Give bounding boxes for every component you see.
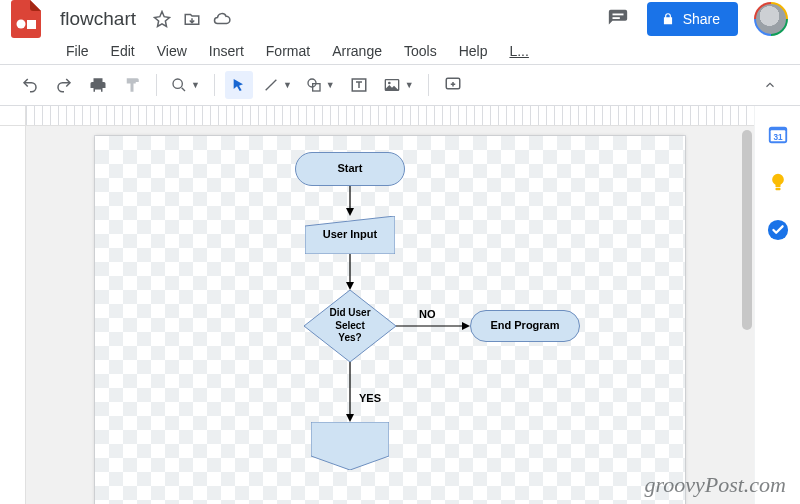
connector[interactable] <box>348 186 352 216</box>
menu-tools[interactable]: Tools <box>394 41 447 61</box>
svg-rect-1 <box>27 20 36 29</box>
ruler-corner <box>0 106 26 126</box>
shape-tool[interactable]: ▼ <box>302 71 339 99</box>
document-title[interactable]: flowchart <box>54 4 142 34</box>
ruler-vertical[interactable] <box>0 126 26 504</box>
tasks-icon[interactable] <box>766 218 790 242</box>
print-button[interactable] <box>84 71 112 99</box>
shape-offpage[interactable] <box>311 422 389 470</box>
shape-start-label: Start <box>337 162 362 176</box>
chevron-down-icon: ▼ <box>405 80 414 90</box>
svg-point-4 <box>173 79 182 88</box>
svg-rect-24 <box>775 188 780 191</box>
side-panel: 31 <box>754 106 800 504</box>
lock-icon <box>661 12 675 26</box>
shape-decision-label: Did User Select Yes? <box>329 307 370 345</box>
menu-bar: File Edit View Insert Format Arrange Too… <box>0 38 800 64</box>
chevron-down-icon: ▼ <box>326 80 335 90</box>
chevron-down-icon: ▼ <box>191 80 200 90</box>
star-icon[interactable] <box>152 9 172 29</box>
svg-point-0 <box>17 20 26 29</box>
undo-button[interactable] <box>16 71 44 99</box>
svg-rect-2 <box>612 14 623 16</box>
scrollbar-thumb[interactable] <box>742 130 752 330</box>
select-tool[interactable] <box>225 71 253 99</box>
chevron-down-icon: ▼ <box>283 80 292 90</box>
redo-button[interactable] <box>50 71 78 99</box>
toolbar-separator <box>428 74 429 96</box>
drawing-page[interactable]: Start User Input <box>95 136 685 504</box>
toolbar-separator <box>214 74 215 96</box>
textbox-tool[interactable] <box>345 71 373 99</box>
shape-end-program[interactable]: End Program <box>470 310 580 342</box>
menu-format[interactable]: Format <box>256 41 320 61</box>
move-icon[interactable] <box>182 9 202 29</box>
app-icon[interactable] <box>8 1 44 37</box>
menu-help[interactable]: Help <box>449 41 498 61</box>
svg-point-9 <box>388 82 391 85</box>
toolbar: ▼ ▼ ▼ ▼ <box>0 64 800 106</box>
svg-marker-12 <box>346 208 354 216</box>
shape-user-input-label: User Input <box>323 228 377 242</box>
connector-no[interactable] <box>396 324 470 328</box>
comment-history-icon[interactable] <box>605 6 631 32</box>
line-tool[interactable]: ▼ <box>259 71 296 99</box>
calendar-icon[interactable]: 31 <box>766 122 790 146</box>
shape-user-input[interactable]: User Input <box>305 216 395 254</box>
svg-text:31: 31 <box>773 133 783 142</box>
image-tool[interactable]: ▼ <box>379 71 418 99</box>
svg-marker-20 <box>346 414 354 422</box>
edge-no-label: NO <box>419 308 436 320</box>
menu-overflow[interactable]: L... <box>499 41 538 61</box>
svg-marker-15 <box>346 282 354 290</box>
scrollbar-vertical[interactable] <box>740 126 754 504</box>
shape-decision[interactable]: Did User Select Yes? <box>304 290 396 362</box>
shape-start[interactable]: Start <box>295 152 405 186</box>
cloud-status-icon[interactable] <box>212 9 232 29</box>
zoom-button[interactable]: ▼ <box>167 71 204 99</box>
keep-icon[interactable] <box>766 170 790 194</box>
menu-insert[interactable]: Insert <box>199 41 254 61</box>
svg-marker-18 <box>462 322 470 330</box>
canvas[interactable]: Start User Input <box>26 126 754 504</box>
connector[interactable] <box>348 254 352 290</box>
menu-view[interactable]: View <box>147 41 197 61</box>
ruler-horizontal[interactable] <box>26 106 754 126</box>
svg-rect-3 <box>612 17 619 19</box>
insert-comment-button[interactable] <box>439 71 467 99</box>
account-avatar[interactable] <box>754 2 788 36</box>
menu-file[interactable]: File <box>56 41 99 61</box>
connector-yes[interactable] <box>348 362 352 422</box>
svg-rect-6 <box>313 84 320 91</box>
share-button-label: Share <box>683 11 720 27</box>
toolbar-separator <box>156 74 157 96</box>
paint-format-button[interactable] <box>118 71 146 99</box>
share-button[interactable]: Share <box>647 2 738 36</box>
menu-edit[interactable]: Edit <box>101 41 145 61</box>
menu-arrange[interactable]: Arrange <box>322 41 392 61</box>
collapse-toolbar-button[interactable] <box>756 71 784 99</box>
shape-end-program-label: End Program <box>490 319 559 333</box>
edge-yes-label: YES <box>359 392 381 404</box>
